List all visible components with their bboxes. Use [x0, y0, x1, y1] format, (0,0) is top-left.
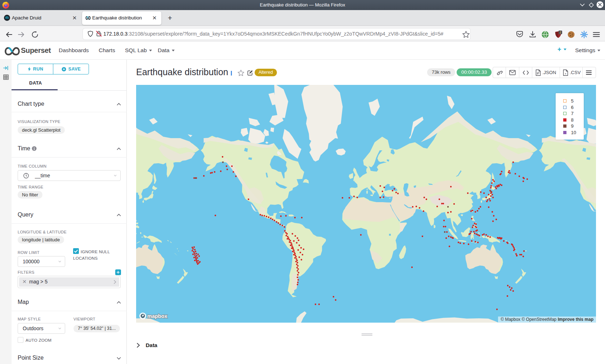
- svg-text:mapbox: mapbox: [147, 313, 167, 319]
- svg-text:2: 2: [560, 31, 561, 34]
- svg-text:x: x: [565, 72, 566, 75]
